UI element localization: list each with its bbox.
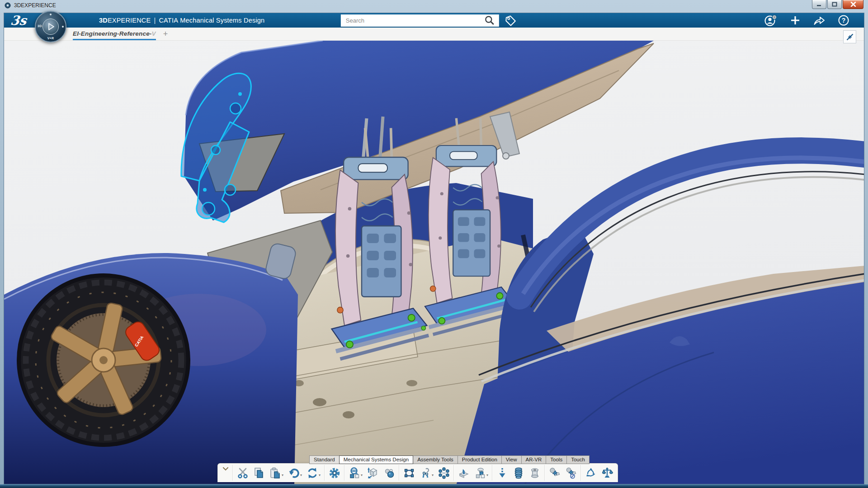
app-icon xyxy=(5,2,11,9)
settings-gear-icon[interactable] xyxy=(326,465,343,481)
front-wheel[interactable]: CATIA xyxy=(17,273,190,447)
manipulate-icon[interactable] xyxy=(456,465,472,481)
window-title: 3DEXPERIENCE xyxy=(14,2,56,9)
toolbar-separator xyxy=(492,465,493,481)
network-icon[interactable] xyxy=(436,465,452,481)
measure-balance-icon[interactable] xyxy=(599,465,615,481)
doc-tab-label-truncated: V xyxy=(152,30,156,37)
3dexperience-compass[interactable]: 3D V+R xyxy=(35,11,66,42)
spring-icon[interactable] xyxy=(510,465,527,481)
tag-icon[interactable] xyxy=(505,14,517,27)
tab-product-edition[interactable]: Product Edition xyxy=(458,455,501,464)
tab-touch[interactable]: Touch xyxy=(566,455,590,464)
collision-icon[interactable] xyxy=(547,465,563,481)
tab-tools[interactable]: Tools xyxy=(546,455,566,464)
cut-icon[interactable] xyxy=(235,465,251,481)
application-frame: 3s 3D V+R 3DEXPERIENCE|CATIA Mechanical … xyxy=(4,13,864,484)
toolbar-separator xyxy=(324,465,325,481)
tab-standard[interactable]: Standard xyxy=(309,455,339,464)
paste-dropdown-caret[interactable]: ▾ xyxy=(282,473,285,477)
paste-icon[interactable] xyxy=(267,465,283,481)
brand-workbench: Mechanical Systems Design xyxy=(180,17,264,24)
action-toolbar: ▾ ▾ ▾ xyxy=(217,463,618,482)
update-dropdown-caret[interactable]: ▾ xyxy=(319,473,322,477)
tab-ar-vr[interactable]: AR-VR xyxy=(521,455,546,464)
svg-text:3s: 3s xyxy=(10,13,28,28)
brand-bold: 3D xyxy=(99,17,108,24)
collapse-arrows-icon xyxy=(845,32,855,42)
manage-links-icon[interactable] xyxy=(346,465,363,481)
links-dropdown-caret[interactable]: ▾ xyxy=(361,473,364,477)
toolbar-separator xyxy=(232,465,233,481)
spheres-icon[interactable] xyxy=(381,465,397,481)
undo-dropdown-caret[interactable]: ▾ xyxy=(300,473,304,477)
top-bar: 3s 3D V+R 3DEXPERIENCE|CATIA Mechanical … xyxy=(4,13,864,28)
help-icon[interactable]: ? xyxy=(838,14,849,26)
brand-app: CATIA xyxy=(159,17,178,24)
tab-engineering-reference[interactable]: EI-Engineering-Reference-V xyxy=(73,28,156,40)
tab-mechanical-systems-design[interactable]: Mechanical Systems Design xyxy=(339,455,413,464)
move-3d-icon[interactable] xyxy=(583,465,599,481)
compass-north-dot xyxy=(50,14,52,15)
insert-arrow-icon[interactable] xyxy=(494,465,510,481)
window-titlebar: 3DEXPERIENCE xyxy=(0,0,868,13)
workbench-tabbar: Standard Mechanical Systems Design Assem… xyxy=(309,455,590,464)
toolbar-separator xyxy=(544,465,545,481)
svg-text:?: ? xyxy=(842,17,846,24)
mechanism-dropdown-caret[interactable]: ▾ xyxy=(432,473,435,477)
search-input[interactable] xyxy=(345,17,484,24)
document-tabbar: EI-Engineering-Reference-V + xyxy=(4,28,864,41)
clash-stop-icon[interactable] xyxy=(563,465,579,481)
window-frame-bottom xyxy=(0,484,868,488)
active-tab-underline xyxy=(73,39,156,40)
search-icon[interactable] xyxy=(484,15,495,26)
tab-assembly-tools[interactable]: Assembly Tools xyxy=(413,455,458,464)
snap-cubes-icon[interactable] xyxy=(472,465,488,481)
toolbar-separator xyxy=(344,465,345,481)
undo-icon[interactable] xyxy=(286,465,302,481)
bushing-icon[interactable] xyxy=(527,465,543,481)
collapse-view-button[interactable] xyxy=(843,30,856,43)
brand-divider: | xyxy=(154,17,156,24)
user-icon[interactable] xyxy=(764,14,778,27)
frame-icon[interactable] xyxy=(401,465,417,481)
search-bar[interactable] xyxy=(341,14,499,27)
3d-viewport[interactable]: CATIA Standard Mechanical xyxy=(4,41,864,484)
compass-east-dot xyxy=(62,26,64,28)
new-tab-button[interactable]: + xyxy=(163,30,168,38)
maximize-icon[interactable] xyxy=(827,0,842,9)
mechanism-icon[interactable] xyxy=(417,465,434,481)
toolbar-separator xyxy=(453,465,454,481)
toolbar-separator xyxy=(399,465,400,481)
app-window: 3DEXPERIENCE 3s 3D V+R 3DEXPERIE xyxy=(0,0,868,488)
insert-product-icon[interactable] xyxy=(365,465,381,481)
app-title: 3DEXPERIENCE|CATIA Mechanical Systems De… xyxy=(99,17,264,24)
copy-icon[interactable] xyxy=(251,465,267,481)
compass-west-label[interactable]: 3D xyxy=(38,24,42,28)
compass-south-label[interactable]: V+R xyxy=(47,37,54,40)
doc-tab-label[interactable]: EI-Engineering-Reference- xyxy=(73,30,152,37)
snap-dropdown-caret[interactable]: ▾ xyxy=(486,473,490,477)
update-icon[interactable] xyxy=(304,465,321,481)
overflow-chevron-icon[interactable] xyxy=(220,465,231,481)
share-icon[interactable] xyxy=(813,15,826,26)
tab-view[interactable]: View xyxy=(501,455,521,464)
close-icon[interactable] xyxy=(843,0,863,9)
toolbar-separator xyxy=(580,465,581,481)
car-model-scene[interactable]: CATIA xyxy=(4,41,864,484)
3ds-logo-icon: 3s xyxy=(10,13,31,28)
minimize-icon[interactable] xyxy=(812,0,826,9)
add-icon[interactable] xyxy=(790,15,801,26)
brand-light: EXPERIENCE xyxy=(108,17,151,24)
compass-play-button[interactable] xyxy=(42,19,59,35)
